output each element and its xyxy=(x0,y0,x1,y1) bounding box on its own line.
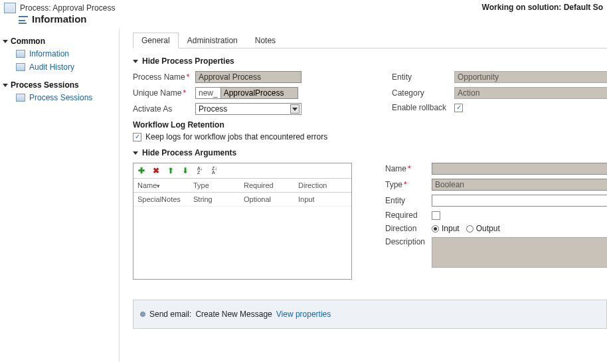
sidebar-group-label: Process Sessions xyxy=(11,80,79,90)
unique-name-input[interactable] xyxy=(220,88,298,98)
info-item-icon xyxy=(16,50,25,58)
arg-name: SpecialNotes xyxy=(133,195,189,203)
section-process-arguments[interactable]: Hide Process Arguments xyxy=(133,148,607,157)
sidebar: Common Information Audit History Process… xyxy=(0,29,120,362)
arg-type-select[interactable]: Boolean xyxy=(432,179,607,191)
tab-general[interactable]: General xyxy=(133,33,179,48)
activate-as-value: Process xyxy=(199,104,227,114)
activate-as-select[interactable]: Process xyxy=(195,103,302,115)
arguments-grid-header: Name▾ Type Required Direction xyxy=(133,179,351,193)
direction-input-radio[interactable]: Input xyxy=(432,224,460,233)
arg-required-label: Required xyxy=(385,211,432,220)
tab-notes[interactable]: Notes xyxy=(246,33,284,48)
tab-administration[interactable]: Administration xyxy=(179,33,246,48)
main-panel: General Administration Notes Hide Proces… xyxy=(120,29,607,362)
arg-type-value: Boolean xyxy=(435,180,464,189)
section-process-properties[interactable]: Hide Process Properties xyxy=(133,56,607,66)
solution-label: Working on solution: Default So xyxy=(482,3,603,13)
enable-rollback-label: Enable rollback xyxy=(392,103,454,112)
argument-row[interactable]: SpecialNotes String Optional Input xyxy=(133,193,351,207)
direction-output-radio[interactable]: Output xyxy=(466,224,500,233)
arguments-grid: ✚ ✖ ⬆ ⬇ A↓Z Z↓A Name▾ Type Required Dire… xyxy=(133,163,352,280)
unique-name-label: Unique Name* xyxy=(133,88,195,98)
log-retention-checkbox[interactable]: ✓ xyxy=(133,133,141,141)
caret-down-icon xyxy=(133,60,138,63)
sort-desc-button[interactable]: Z↓A xyxy=(209,165,220,176)
arg-description-input[interactable] xyxy=(432,237,607,268)
section-title-label: Hide Process Arguments xyxy=(142,148,236,157)
sessions-item-icon xyxy=(16,94,25,102)
process-title: Process: Approval Process xyxy=(20,3,115,13)
section-title-label: Hide Process Properties xyxy=(142,56,234,66)
unique-name-prefix: new_ xyxy=(196,88,220,98)
process-name-label: Process Name* xyxy=(133,72,195,82)
arg-entity-select[interactable] xyxy=(432,195,607,207)
category-label: Category xyxy=(392,88,454,98)
sidebar-item-information[interactable]: Information xyxy=(0,47,119,60)
caret-down-icon xyxy=(3,84,8,87)
process-name-input[interactable] xyxy=(195,71,302,83)
arg-required: Optional xyxy=(240,195,294,203)
log-retention-label: Keep logs for workflow jobs that encount… xyxy=(145,132,327,141)
sort-asc-button[interactable]: A↓Z xyxy=(195,165,205,176)
caret-down-icon xyxy=(3,40,8,43)
sidebar-group-label: Common xyxy=(11,37,45,46)
step-label: Create New Message xyxy=(195,310,272,319)
arg-direction: Input xyxy=(294,195,341,203)
sidebar-item-label: Information xyxy=(29,49,69,58)
sidebar-group-process-sessions[interactable]: Process Sessions xyxy=(0,79,119,91)
arg-required-checkbox[interactable] xyxy=(432,211,440,220)
category-field: Action xyxy=(454,87,607,99)
col-name[interactable]: Name▾ xyxy=(133,181,189,189)
col-direction[interactable]: Direction xyxy=(294,181,341,189)
delete-argument-button[interactable]: ✖ xyxy=(151,165,161,176)
view-properties-link[interactable]: View properties xyxy=(276,310,331,319)
chevron-down-icon xyxy=(290,104,300,114)
sidebar-item-label: Audit History xyxy=(29,62,74,72)
sidebar-item-audit-history[interactable]: Audit History xyxy=(0,60,119,74)
sidebar-item-process-sessions[interactable]: Process Sessions xyxy=(0,91,119,104)
arguments-grid-body: SpecialNotes String Optional Input xyxy=(133,193,351,279)
tabs: General Administration Notes xyxy=(133,33,607,48)
arguments-toolbar: ✚ ✖ ⬆ ⬇ A↓Z Z↓A xyxy=(133,163,351,179)
workflow-log-retention-title: Workflow Log Retention xyxy=(133,120,372,130)
add-argument-button[interactable]: ✚ xyxy=(136,165,147,176)
arg-description-label: Description xyxy=(385,237,432,246)
arg-name-input[interactable] xyxy=(432,163,607,175)
arg-name-label: Name* xyxy=(385,164,432,173)
step-label-prefix: Send email: xyxy=(149,310,191,319)
move-down-button[interactable]: ⬇ xyxy=(180,165,191,176)
workflow-step-row[interactable]: Send email: Create New Message View prop… xyxy=(133,300,607,329)
arg-type: String xyxy=(189,195,240,203)
arg-direction-label: Direction xyxy=(385,224,432,233)
col-required[interactable]: Required xyxy=(240,181,294,189)
caret-down-icon xyxy=(133,151,138,155)
entity-label: Entity xyxy=(392,72,454,82)
arg-entity-label: Entity xyxy=(385,196,432,205)
enable-rollback-checkbox[interactable]: ✓ xyxy=(454,104,463,112)
step-bullet-icon xyxy=(140,312,145,317)
information-label: Information xyxy=(32,13,87,25)
sidebar-group-common[interactable]: Common xyxy=(0,35,119,47)
info-header: Information xyxy=(0,13,607,29)
unique-name-field[interactable]: new_ xyxy=(195,87,298,99)
arg-type-label: Type* xyxy=(385,180,432,189)
history-item-icon xyxy=(16,63,25,71)
information-icon xyxy=(19,16,28,23)
col-type[interactable]: Type xyxy=(189,181,240,189)
process-icon xyxy=(4,3,16,13)
sidebar-item-label: Process Sessions xyxy=(29,93,92,102)
top-bar: Process: Approval Process Working on sol… xyxy=(0,0,607,13)
activate-as-label: Activate As xyxy=(133,104,195,114)
move-up-button[interactable]: ⬆ xyxy=(165,165,176,176)
entity-field: Opportunity xyxy=(454,71,607,83)
